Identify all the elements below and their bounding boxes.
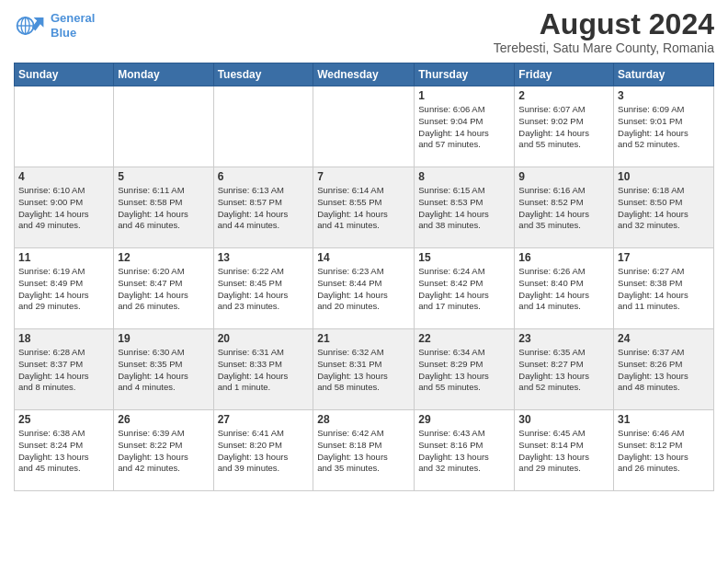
day-info: Sunrise: 6:11 AMSunset: 8:58 PMDaylight:…: [118, 185, 209, 232]
day-info: Sunrise: 6:19 AMSunset: 8:49 PMDaylight:…: [18, 266, 109, 313]
calendar-cell-w4-d1: 19Sunrise: 6:30 AMSunset: 8:35 PMDayligh…: [114, 329, 213, 410]
month-year: August 2024: [494, 9, 714, 39]
day-number: 9: [518, 170, 609, 183]
calendar-cell-w4-d3: 21Sunrise: 6:32 AMSunset: 8:31 PMDayligh…: [313, 329, 415, 410]
day-number: 29: [418, 413, 510, 426]
day-number: 15: [418, 251, 510, 264]
day-info: Sunrise: 6:16 AMSunset: 8:52 PMDaylight:…: [518, 185, 609, 232]
day-info: Sunrise: 6:37 AMSunset: 8:26 PMDaylight:…: [618, 347, 710, 394]
day-info: Sunrise: 6:42 AMSunset: 8:18 PMDaylight:…: [317, 428, 410, 475]
day-number: 19: [118, 332, 209, 345]
day-number: 5: [118, 170, 209, 183]
day-number: 7: [317, 170, 410, 183]
day-number: 2: [518, 89, 609, 102]
day-info: Sunrise: 6:35 AMSunset: 8:27 PMDaylight:…: [518, 347, 609, 394]
calendar-cell-w1-d3: [313, 86, 415, 167]
day-number: 16: [518, 251, 609, 264]
day-number: 17: [618, 251, 710, 264]
day-info: Sunrise: 6:27 AMSunset: 8:38 PMDaylight:…: [618, 266, 710, 313]
calendar: Sunday Monday Tuesday Wednesday Thursday…: [14, 63, 714, 491]
calendar-cell-w5-d4: 29Sunrise: 6:43 AMSunset: 8:16 PMDayligh…: [415, 410, 515, 491]
logo: General Blue: [14, 9, 95, 42]
title-area: August 2024 Terebesti, Satu Mare County,…: [494, 9, 714, 55]
header-saturday: Saturday: [614, 63, 714, 86]
logo-text: General Blue: [51, 11, 95, 40]
day-info: Sunrise: 6:06 AMSunset: 9:04 PMDaylight:…: [418, 104, 510, 151]
day-info: Sunrise: 6:43 AMSunset: 8:16 PMDaylight:…: [418, 428, 510, 475]
day-info: Sunrise: 6:13 AMSunset: 8:57 PMDaylight:…: [218, 185, 310, 232]
day-info: Sunrise: 6:46 AMSunset: 8:12 PMDaylight:…: [618, 428, 710, 475]
calendar-cell-w3-d3: 14Sunrise: 6:23 AMSunset: 8:44 PMDayligh…: [313, 248, 415, 329]
page: General Blue August 2024 Terebesti, Satu…: [0, 0, 728, 563]
calendar-cell-w5-d1: 26Sunrise: 6:39 AMSunset: 8:22 PMDayligh…: [114, 410, 213, 491]
day-number: 31: [618, 413, 710, 426]
calendar-cell-w1-d2: [213, 86, 313, 167]
week-row-3: 11Sunrise: 6:19 AMSunset: 8:49 PMDayligh…: [15, 248, 714, 329]
calendar-cell-w4-d2: 20Sunrise: 6:31 AMSunset: 8:33 PMDayligh…: [213, 329, 313, 410]
day-number: 28: [317, 413, 410, 426]
day-number: 20: [218, 332, 310, 345]
day-number: 10: [618, 170, 710, 183]
day-number: 4: [18, 170, 109, 183]
day-number: 3: [618, 89, 710, 102]
calendar-cell-w2-d4: 8Sunrise: 6:15 AMSunset: 8:53 PMDaylight…: [415, 167, 515, 248]
day-info: Sunrise: 6:45 AMSunset: 8:14 PMDaylight:…: [518, 428, 609, 475]
logo-icon: [14, 9, 47, 42]
day-number: 25: [18, 413, 109, 426]
calendar-cell-w2-d1: 5Sunrise: 6:11 AMSunset: 8:58 PMDaylight…: [114, 167, 213, 248]
day-info: Sunrise: 6:24 AMSunset: 8:42 PMDaylight:…: [418, 266, 510, 313]
calendar-cell-w3-d2: 13Sunrise: 6:22 AMSunset: 8:45 PMDayligh…: [213, 248, 313, 329]
calendar-cell-w2-d2: 6Sunrise: 6:13 AMSunset: 8:57 PMDaylight…: [213, 167, 313, 248]
calendar-cell-w3-d6: 17Sunrise: 6:27 AMSunset: 8:38 PMDayligh…: [614, 248, 714, 329]
calendar-cell-w2-d6: 10Sunrise: 6:18 AMSunset: 8:50 PMDayligh…: [614, 167, 714, 248]
header-monday: Monday: [114, 63, 213, 86]
calendar-cell-w2-d0: 4Sunrise: 6:10 AMSunset: 9:00 PMDaylight…: [15, 167, 114, 248]
day-info: Sunrise: 6:20 AMSunset: 8:47 PMDaylight:…: [118, 266, 209, 313]
week-row-4: 18Sunrise: 6:28 AMSunset: 8:37 PMDayligh…: [15, 329, 714, 410]
day-number: 8: [418, 170, 510, 183]
day-info: Sunrise: 6:28 AMSunset: 8:37 PMDaylight:…: [18, 347, 109, 394]
calendar-cell-w1-d4: 1Sunrise: 6:06 AMSunset: 9:04 PMDaylight…: [415, 86, 515, 167]
day-info: Sunrise: 6:32 AMSunset: 8:31 PMDaylight:…: [317, 347, 410, 394]
day-info: Sunrise: 6:18 AMSunset: 8:50 PMDaylight:…: [618, 185, 710, 232]
day-number: 6: [218, 170, 310, 183]
calendar-cell-w5-d2: 27Sunrise: 6:41 AMSunset: 8:20 PMDayligh…: [213, 410, 313, 491]
day-info: Sunrise: 6:26 AMSunset: 8:40 PMDaylight:…: [518, 266, 609, 313]
header-friday: Friday: [515, 63, 614, 86]
week-row-1: 1Sunrise: 6:06 AMSunset: 9:04 PMDaylight…: [15, 86, 714, 167]
week-row-2: 4Sunrise: 6:10 AMSunset: 9:00 PMDaylight…: [15, 167, 714, 248]
day-number: 13: [218, 251, 310, 264]
day-info: Sunrise: 6:23 AMSunset: 8:44 PMDaylight:…: [317, 266, 410, 313]
calendar-cell-w2-d3: 7Sunrise: 6:14 AMSunset: 8:55 PMDaylight…: [313, 167, 415, 248]
calendar-cell-w5-d3: 28Sunrise: 6:42 AMSunset: 8:18 PMDayligh…: [313, 410, 415, 491]
day-number: 27: [218, 413, 310, 426]
logo-line2: Blue: [51, 26, 76, 40]
location: Terebesti, Satu Mare County, Romania: [494, 40, 714, 55]
calendar-cell-w2-d5: 9Sunrise: 6:16 AMSunset: 8:52 PMDaylight…: [515, 167, 614, 248]
calendar-cell-w3-d0: 11Sunrise: 6:19 AMSunset: 8:49 PMDayligh…: [15, 248, 114, 329]
day-info: Sunrise: 6:41 AMSunset: 8:20 PMDaylight:…: [218, 428, 310, 475]
day-info: Sunrise: 6:09 AMSunset: 9:01 PMDaylight:…: [618, 104, 710, 151]
header-thursday: Thursday: [415, 63, 515, 86]
day-info: Sunrise: 6:15 AMSunset: 8:53 PMDaylight:…: [418, 185, 510, 232]
day-number: 24: [618, 332, 710, 345]
calendar-cell-w4-d5: 23Sunrise: 6:35 AMSunset: 8:27 PMDayligh…: [515, 329, 614, 410]
logo-line1: General: [51, 11, 95, 25]
calendar-cell-w3-d1: 12Sunrise: 6:20 AMSunset: 8:47 PMDayligh…: [114, 248, 213, 329]
calendar-cell-w3-d4: 15Sunrise: 6:24 AMSunset: 8:42 PMDayligh…: [415, 248, 515, 329]
calendar-cell-w4-d6: 24Sunrise: 6:37 AMSunset: 8:26 PMDayligh…: [614, 329, 714, 410]
day-number: 26: [118, 413, 209, 426]
day-number: 18: [18, 332, 109, 345]
week-row-5: 25Sunrise: 6:38 AMSunset: 8:24 PMDayligh…: [15, 410, 714, 491]
day-info: Sunrise: 6:31 AMSunset: 8:33 PMDaylight:…: [218, 347, 310, 394]
day-info: Sunrise: 6:39 AMSunset: 8:22 PMDaylight:…: [118, 428, 209, 475]
calendar-cell-w4-d0: 18Sunrise: 6:28 AMSunset: 8:37 PMDayligh…: [15, 329, 114, 410]
day-number: 21: [317, 332, 410, 345]
header-tuesday: Tuesday: [213, 63, 313, 86]
calendar-cell-w1-d1: [114, 86, 213, 167]
day-number: 11: [18, 251, 109, 264]
day-number: 23: [518, 332, 609, 345]
calendar-cell-w3-d5: 16Sunrise: 6:26 AMSunset: 8:40 PMDayligh…: [515, 248, 614, 329]
day-number: 1: [418, 89, 510, 102]
calendar-cell-w5-d0: 25Sunrise: 6:38 AMSunset: 8:24 PMDayligh…: [15, 410, 114, 491]
